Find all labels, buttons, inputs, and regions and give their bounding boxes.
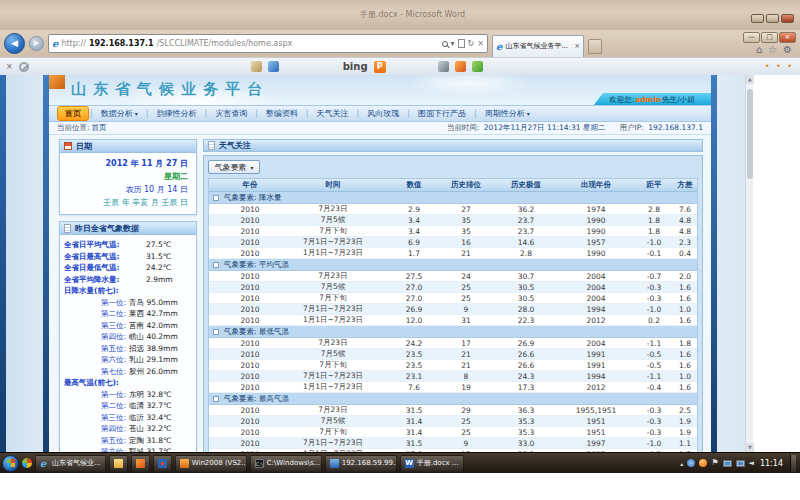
addon-icon[interactable] bbox=[472, 61, 483, 72]
vertical-scrollbar[interactable]: ▲ ▼ bbox=[745, 75, 753, 452]
address-bar[interactable]: e http://192.168.137.1/SLCCLIMATE/module… bbox=[48, 34, 488, 53]
taskbar-button-2[interactable] bbox=[109, 455, 128, 472]
table-group-header[interactable]: 气象要素: 最高气温 bbox=[209, 393, 697, 405]
table-row[interactable]: 20107月下旬3.43523.719901.84.8 bbox=[209, 226, 697, 237]
nav-item-8[interactable]: 图面下行产品 bbox=[411, 107, 473, 120]
table-row[interactable]: 20107月1日~7月23日26.9928.01994-1.01.0 bbox=[209, 304, 697, 315]
show-desktop-button[interactable] bbox=[790, 455, 796, 472]
table-group-header[interactable]: 气象要素: 降水量 bbox=[209, 192, 697, 204]
network-monitor-icon[interactable] bbox=[723, 460, 732, 467]
taskbar-button-8[interactable]: W手册.docx ... bbox=[400, 455, 464, 472]
bing-logo[interactable]: bing bbox=[343, 61, 368, 72]
more-options-icon[interactable]: • • • bbox=[765, 62, 794, 71]
table-cell: 26.9 bbox=[495, 339, 557, 348]
table-cell: 26.6 bbox=[495, 361, 557, 370]
network-globe-icon[interactable] bbox=[687, 459, 695, 467]
new-tab-button[interactable] bbox=[588, 39, 602, 54]
paw-icon[interactable] bbox=[455, 61, 466, 72]
tab-close-icon[interactable]: × bbox=[574, 42, 580, 50]
weather-stat: 全省日平均气温:27.5℃ bbox=[64, 239, 193, 251]
taskbar-clock[interactable]: 11:14 bbox=[760, 459, 783, 468]
minimize-icon[interactable]: — bbox=[743, 32, 760, 43]
speaker-icon[interactable]: ◄ bbox=[749, 459, 754, 467]
table-cell: 2.5 bbox=[673, 406, 697, 415]
scrollbar-thumb[interactable] bbox=[747, 89, 753, 179]
table-row[interactable]: 20107月下旬23.52126.61991-0.51.6 bbox=[209, 360, 697, 371]
close-icon[interactable]: × bbox=[779, 32, 796, 43]
forward-button[interactable]: ▶ bbox=[29, 36, 44, 51]
taskbar-button-4[interactable] bbox=[153, 455, 172, 472]
table-row[interactable]: 20107月5候27.02530.52004-0.31.6 bbox=[209, 282, 697, 293]
table-row[interactable]: 20101月1日~7月23日12.03122.320120.21.6 bbox=[209, 315, 697, 326]
table-row[interactable]: 20107月23日24.21726.92004-1.11.8 bbox=[209, 338, 697, 349]
browser-tab[interactable]: e 山东省气候业务平... × bbox=[492, 35, 584, 57]
checkbox[interactable] bbox=[213, 329, 219, 335]
start-button[interactable] bbox=[2, 455, 19, 472]
nav-item-5[interactable]: 整编资料 bbox=[259, 107, 305, 120]
scroll-down-icon[interactable]: ▼ bbox=[746, 443, 754, 452]
taskbar-button-6[interactable]: C:\C:\Windows\s... bbox=[250, 455, 322, 472]
maximize-icon[interactable]: □ bbox=[761, 32, 778, 43]
table-cell: -1.1 bbox=[635, 339, 673, 348]
table-row[interactable]: 20107月23日2.92736.219742.87.6 bbox=[209, 204, 697, 215]
favorites-star-icon[interactable]: ☆ bbox=[768, 44, 777, 55]
tray-expand-icon[interactable]: ▴ bbox=[680, 460, 683, 467]
nav-item-3[interactable]: 韵律性分析 bbox=[149, 107, 203, 120]
refresh-icon[interactable]: ↻ bbox=[468, 39, 475, 48]
table-row[interactable]: 20107月5候31.42535.31951-0.31.9 bbox=[209, 416, 697, 427]
home-icon[interactable]: ⌂ bbox=[756, 44, 762, 55]
table-group-header[interactable]: 气象要素: 平均气温 bbox=[209, 259, 697, 271]
display-icon[interactable] bbox=[736, 460, 745, 467]
taskbar-button-1[interactable]: e山东省气候业... bbox=[35, 455, 106, 472]
nav-item-9[interactable]: 周期性分析▾ bbox=[478, 107, 537, 120]
nav-item-4[interactable]: 灾害查询 bbox=[208, 107, 254, 120]
table-row[interactable]: 20107月1日~7月23日6.91614.61957-1.02.3 bbox=[209, 237, 697, 248]
table-row[interactable]: 20101月1日~7月23日1.7212.81990-0.10.4 bbox=[209, 248, 697, 259]
taskbar-button-3[interactable] bbox=[131, 455, 150, 472]
back-button[interactable]: ◀ bbox=[4, 33, 25, 54]
scroll-up-icon[interactable]: ▲ bbox=[746, 75, 754, 84]
table-cell: 1.6 bbox=[673, 316, 697, 325]
gear-icon[interactable]: ⚙ bbox=[783, 44, 792, 55]
table-cell: 1990 bbox=[557, 216, 635, 225]
mail-icon[interactable] bbox=[268, 61, 279, 72]
table-row[interactable]: 20107月5候3.43523.719901.84.8 bbox=[209, 215, 697, 226]
table-row[interactable]: 20107月1日~7月23日31.5933.01997-1.01.1 bbox=[209, 438, 697, 449]
close-icon[interactable] bbox=[781, 14, 794, 23]
table-group-header[interactable]: 气象要素: 最低气温 bbox=[209, 326, 697, 338]
taskbar-button-5[interactable]: Win2008 (VS2... bbox=[175, 455, 247, 472]
weather-table: 年份时间数值历史排位历史极值出现年份距平方差 气象要素: 降水量20107月23… bbox=[208, 178, 698, 452]
search-icon[interactable] bbox=[442, 41, 448, 47]
nav-item-1[interactable]: 首页 bbox=[57, 106, 89, 121]
toolbar-close-icon[interactable]: × bbox=[6, 62, 13, 71]
table-row[interactable]: 20101月1日~7月23日7.61917.32012-0.41.6 bbox=[209, 382, 697, 393]
table-row[interactable]: 20107月下旬27.02530.52004-0.31.6 bbox=[209, 293, 697, 304]
stop-icon[interactable]: × bbox=[477, 39, 484, 48]
action-center-flag-icon[interactable]: ⚑ bbox=[711, 459, 718, 467]
weather-focus-section: 气象要素 ▾ 年份时间数值历史排位历史极值出现年份距平方差 气象要素: 降水量2… bbox=[203, 155, 703, 452]
taskbar-button-7[interactable]: 192.168.59.99... bbox=[325, 455, 397, 472]
compatibility-icon[interactable] bbox=[458, 39, 465, 48]
nav-item-2[interactable]: 数据分析▾ bbox=[94, 107, 145, 120]
table-cell: 17 bbox=[437, 339, 495, 348]
firefox-icon[interactable] bbox=[699, 459, 707, 467]
nav-item-6[interactable]: 天气关注 bbox=[310, 107, 356, 120]
bing-badge-icon[interactable]: P bbox=[374, 61, 386, 73]
photo-icon[interactable] bbox=[251, 61, 262, 72]
checkbox[interactable] bbox=[213, 195, 219, 201]
table-row[interactable]: 20107月23日27.52430.72004-0.72.0 bbox=[209, 271, 697, 282]
nav-item-7[interactable]: 风向玫瑰 bbox=[360, 107, 406, 120]
checkbox[interactable] bbox=[213, 396, 219, 402]
table-row[interactable]: 20107月5候23.52126.61991-0.51.6 bbox=[209, 349, 697, 360]
breadcrumb-value[interactable]: 首页 bbox=[92, 123, 107, 133]
table-row[interactable]: 20107月23日31.52936.31955,1951-0.32.5 bbox=[209, 405, 697, 416]
camera-icon[interactable] bbox=[438, 61, 449, 72]
table-row[interactable]: 20107月1日~7月23日23.1824.31994-1.11.0 bbox=[209, 371, 697, 382]
chevron-down-icon[interactable]: ▾ bbox=[451, 39, 455, 48]
checkbox[interactable] bbox=[213, 262, 219, 268]
table-row[interactable]: 20107月下旬31.42535.31951-0.31.9 bbox=[209, 427, 697, 438]
launcher-icon[interactable] bbox=[22, 458, 32, 468]
maximize-icon[interactable] bbox=[766, 14, 779, 23]
minimize-icon[interactable] bbox=[751, 14, 764, 23]
element-filter-button[interactable]: 气象要素 ▾ bbox=[208, 160, 260, 174]
